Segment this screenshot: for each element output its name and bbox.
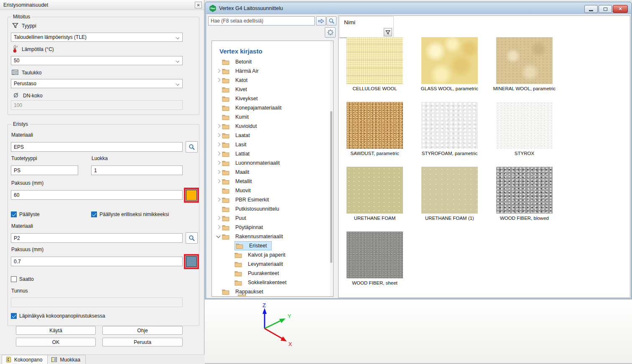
paksuus-field[interactable] — [11, 190, 183, 200]
material-tile[interactable]: URETHANE FOAM (1) — [412, 165, 487, 230]
expander-icon[interactable] — [215, 288, 222, 295]
expander-icon[interactable] — [228, 270, 234, 277]
material-tile[interactable]: STYROX — [487, 100, 562, 165]
expander-icon[interactable] — [215, 77, 222, 84]
material-tile[interactable]: GLASS WOOL, parametric — [412, 36, 487, 100]
material-texture[interactable] — [347, 37, 403, 84]
search-go-button[interactable] — [316, 16, 326, 25]
material-texture[interactable] — [347, 102, 403, 149]
expander-icon[interactable] — [228, 252, 234, 258]
paallyste-color-button[interactable] — [184, 254, 199, 269]
window-titlebar[interactable]: Plant Vertex G4 Laitossuunnittelu ✕ — [206, 3, 631, 14]
tree-item[interactable]: Konepajamateriaalit — [212, 103, 333, 112]
tree-item[interactable]: Kiveykset — [212, 94, 333, 103]
expander-icon[interactable] — [215, 215, 222, 221]
tree-item[interactable]: Maalit — [212, 168, 333, 177]
tuotetyyppi-field[interactable] — [11, 165, 78, 175]
settings-button[interactable] — [325, 27, 336, 38]
tree-item[interactable]: Pöytäpinnat — [212, 223, 333, 232]
paallyste-paksuus-field[interactable] — [11, 257, 183, 266]
tree-item[interactable]: Muovit — [212, 186, 333, 195]
expander-icon[interactable] — [215, 178, 222, 185]
tunnus-field[interactable] — [11, 298, 183, 307]
material-texture[interactable] — [421, 167, 478, 214]
name-column-header[interactable]: Nimi — [339, 16, 394, 38]
expander-icon[interactable] — [215, 123, 222, 130]
tree-item[interactable]: Härmä Air — [212, 66, 333, 76]
expander-icon[interactable] — [215, 160, 222, 166]
materiaali-field[interactable] — [11, 142, 183, 152]
material-tile[interactable]: MINERAL WOOL, parametric — [487, 36, 562, 100]
lapinakyva-checkbox[interactable] — [11, 313, 17, 319]
materiaali-search-button[interactable] — [186, 141, 198, 153]
material-texture[interactable] — [496, 102, 553, 149]
material-texture[interactable] — [421, 37, 478, 84]
material-tile[interactable]: URETHANE FOAM — [338, 165, 412, 230]
expander-icon[interactable] — [215, 187, 222, 194]
tree-item[interactable]: Laatat — [212, 131, 333, 140]
kayta-button[interactable]: Käytä — [16, 326, 96, 335]
material-tile[interactable]: STYROFOAM, parametric — [412, 100, 487, 165]
paallyste-checkbox[interactable] — [11, 211, 17, 217]
tree-item[interactable]: Lattiat — [212, 149, 333, 158]
search-input[interactable] — [208, 16, 315, 25]
ok-button[interactable]: OK — [16, 338, 96, 346]
expander-icon[interactable] — [215, 104, 222, 111]
expander-icon[interactable] — [215, 95, 222, 102]
column-filter-button[interactable] — [384, 28, 392, 36]
material-tile[interactable]: WOOD FIBER, sheet — [338, 230, 412, 295]
expander-icon[interactable] — [215, 150, 222, 157]
dnkoko-field[interactable] — [11, 100, 183, 110]
tree-item[interactable]: Rakennusmateriaalit — [212, 232, 333, 241]
lampotila-combobox[interactable]: 50 — [11, 56, 183, 65]
tree-item[interactable]: Kivet — [212, 85, 333, 94]
material-texture[interactable] — [496, 37, 553, 84]
tree-item[interactable]: Kalvot ja paperit — [212, 250, 333, 260]
material-texture[interactable] — [496, 167, 553, 214]
tree-item[interactable]: PBR Esimerkit — [212, 195, 333, 204]
material-texture[interactable] — [347, 232, 403, 278]
ohje-button[interactable]: Ohje — [102, 326, 183, 335]
expander-icon[interactable] — [228, 279, 234, 286]
tree-item[interactable]: Sokkelirakenteet — [212, 278, 333, 287]
material-tile[interactable]: WOOD FIBER, blowed — [487, 165, 562, 230]
expander-icon[interactable] — [215, 132, 222, 139]
paallyste-materiaali-search-button[interactable] — [186, 232, 198, 244]
tree-item[interactable]: Lasit — [212, 140, 333, 149]
material-texture[interactable] — [347, 167, 403, 214]
expander-icon[interactable] — [228, 261, 234, 267]
peruuta-button[interactable]: Peruuta — [102, 338, 183, 346]
dialog-titlebar[interactable]: Eristysominaisuudet ✕ — [0, 0, 204, 10]
paallyste-erillinen-checkbox[interactable] — [91, 211, 97, 217]
tree-scrollbar[interactable] — [330, 41, 333, 296]
tree-item[interactable]: Katot — [212, 76, 333, 85]
saatto-checkbox-row[interactable]: Saatto — [11, 276, 34, 282]
paallyste-checkbox-row[interactable]: Päällyste — [11, 211, 40, 217]
expander-icon[interactable] — [215, 196, 222, 203]
tree-scrollbar-thumb[interactable] — [330, 111, 332, 263]
expander-icon[interactable] — [215, 68, 222, 74]
expander-icon[interactable] — [215, 233, 222, 240]
taulukko-combobox[interactable]: Perustaso — [11, 79, 183, 88]
material-tile[interactable]: CELLULOSE WOOL — [338, 36, 412, 100]
tree-item[interactable]: Kumit — [212, 112, 333, 122]
expander-icon[interactable] — [215, 224, 222, 231]
expander-icon[interactable] — [215, 206, 222, 212]
tree-item[interactable]: Puurakenteet — [212, 269, 333, 278]
tree-item[interactable]: Metallit — [212, 177, 333, 186]
maximize-button[interactable] — [599, 5, 612, 13]
eristys-color-button[interactable] — [184, 188, 199, 203]
tree-item[interactable]: Kuvioidut — [212, 122, 333, 131]
lapinakyva-checkbox-row[interactable]: Läpinäkyvä kokoonpanopiirustuksessa — [11, 313, 105, 319]
tree-item[interactable]: Puut — [212, 214, 333, 223]
expander-icon[interactable] — [215, 141, 222, 148]
tree-item[interactable]: Rappaukset — [212, 287, 333, 296]
paallyste-erillinen-checkbox-row[interactable]: Päällyste erilliseksi nimikkeeksi — [91, 211, 169, 217]
expander-icon[interactable] — [215, 169, 222, 176]
luokka-field[interactable] — [91, 165, 183, 175]
search-button[interactable] — [326, 16, 336, 25]
material-tile[interactable]: SAWDUST, parametric — [338, 100, 412, 165]
tab-muokkaa[interactable]: Muokkaa — [48, 355, 86, 364]
expander-icon[interactable] — [215, 114, 222, 120]
expander-icon[interactable] — [215, 59, 222, 65]
